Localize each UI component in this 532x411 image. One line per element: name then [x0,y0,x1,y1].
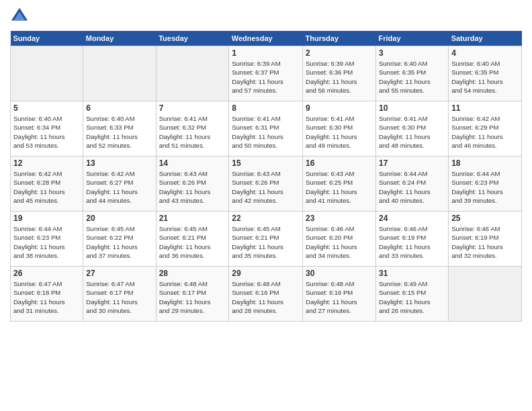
day-number: 20 [86,214,152,223]
day-info: Sunrise: 6:42 AM Sunset: 6:29 PM Dayligh… [451,114,519,150]
logo-icon [10,7,29,26]
calendar-cell: 25Sunrise: 6:46 AM Sunset: 6:19 PM Dayli… [449,212,522,267]
day-number: 14 [159,158,226,168]
day-number: 15 [232,158,300,168]
col-header-saturday: Saturday [449,31,522,46]
calendar-cell: 28Sunrise: 6:48 AM Sunset: 6:17 PM Dayli… [156,267,229,322]
day-number: 23 [306,214,373,223]
day-info: Sunrise: 6:47 AM Sunset: 6:17 PM Dayligh… [86,279,152,315]
day-info: Sunrise: 6:46 AM Sunset: 6:19 PM Dayligh… [451,224,519,260]
day-info: Sunrise: 6:43 AM Sunset: 6:26 PM Dayligh… [232,169,300,205]
week-row-0: 1Sunrise: 6:39 AM Sunset: 6:37 PM Daylig… [11,46,522,101]
day-number: 2 [306,48,373,58]
day-info: Sunrise: 6:41 AM Sunset: 6:30 PM Dayligh… [379,114,445,150]
calendar-cell [449,267,522,322]
day-number: 7 [159,103,226,113]
day-number: 13 [86,158,152,168]
day-info: Sunrise: 6:44 AM Sunset: 6:23 PM Dayligh… [13,224,80,260]
day-info: Sunrise: 6:44 AM Sunset: 6:24 PM Dayligh… [379,169,445,205]
calendar-cell: 29Sunrise: 6:48 AM Sunset: 6:16 PM Dayli… [229,267,303,322]
calendar-table: SundayMondayTuesdayWednesdayThursdayFrid… [10,31,522,322]
calendar-cell [156,46,229,101]
day-number: 25 [451,214,519,223]
day-info: Sunrise: 6:40 AM Sunset: 6:34 PM Dayligh… [13,114,80,150]
week-row-1: 5Sunrise: 6:40 AM Sunset: 6:34 PM Daylig… [11,101,522,156]
day-number: 17 [379,158,445,168]
calendar-cell [11,46,83,101]
day-info: Sunrise: 6:48 AM Sunset: 6:17 PM Dayligh… [159,279,226,315]
day-number: 28 [159,269,226,278]
calendar-cell: 2Sunrise: 6:39 AM Sunset: 6:36 PM Daylig… [303,46,376,101]
calendar-cell: 4Sunrise: 6:40 AM Sunset: 6:35 PM Daylig… [449,46,522,101]
day-info: Sunrise: 6:44 AM Sunset: 6:23 PM Dayligh… [451,169,519,205]
col-header-wednesday: Wednesday [229,31,303,46]
calendar-cell: 22Sunrise: 6:45 AM Sunset: 6:21 PM Dayli… [229,212,303,267]
day-number: 9 [306,103,373,113]
col-header-thursday: Thursday [303,31,376,46]
day-number: 6 [86,103,152,113]
calendar-cell: 1Sunrise: 6:39 AM Sunset: 6:37 PM Daylig… [229,46,303,101]
header-row: SundayMondayTuesdayWednesdayThursdayFrid… [11,31,522,46]
day-info: Sunrise: 6:47 AM Sunset: 6:18 PM Dayligh… [13,279,80,315]
calendar-cell: 9Sunrise: 6:41 AM Sunset: 6:30 PM Daylig… [303,101,376,156]
day-number: 3 [379,48,445,58]
day-number: 1 [232,48,300,58]
day-number: 21 [159,214,226,223]
day-number: 11 [451,103,519,113]
day-info: Sunrise: 6:39 AM Sunset: 6:36 PM Dayligh… [306,59,373,95]
day-info: Sunrise: 6:40 AM Sunset: 6:35 PM Dayligh… [379,59,445,95]
calendar-cell: 11Sunrise: 6:42 AM Sunset: 6:29 PM Dayli… [449,101,522,156]
day-number: 22 [232,214,300,223]
calendar-cell: 13Sunrise: 6:42 AM Sunset: 6:27 PM Dayli… [83,156,156,212]
calendar-cell: 21Sunrise: 6:45 AM Sunset: 6:21 PM Dayli… [156,212,229,267]
calendar-cell: 18Sunrise: 6:44 AM Sunset: 6:23 PM Dayli… [449,156,522,212]
day-number: 26 [13,269,80,278]
calendar-cell: 23Sunrise: 6:46 AM Sunset: 6:20 PM Dayli… [303,212,376,267]
calendar-cell: 17Sunrise: 6:44 AM Sunset: 6:24 PM Dayli… [376,156,449,212]
day-info: Sunrise: 6:45 AM Sunset: 6:22 PM Dayligh… [86,224,152,260]
col-header-monday: Monday [83,31,156,46]
day-info: Sunrise: 6:45 AM Sunset: 6:21 PM Dayligh… [232,224,300,260]
day-info: Sunrise: 6:40 AM Sunset: 6:35 PM Dayligh… [451,59,519,95]
calendar-cell: 3Sunrise: 6:40 AM Sunset: 6:35 PM Daylig… [376,46,449,101]
day-info: Sunrise: 6:49 AM Sunset: 6:15 PM Dayligh… [379,279,445,315]
day-number: 31 [379,269,445,278]
day-number: 12 [13,158,80,168]
day-number: 19 [13,214,80,223]
calendar-cell: 24Sunrise: 6:46 AM Sunset: 6:19 PM Dayli… [376,212,449,267]
day-number: 5 [13,103,80,113]
day-number: 16 [306,158,373,168]
col-header-sunday: Sunday [11,31,83,46]
day-number: 10 [379,103,445,113]
calendar-cell: 30Sunrise: 6:48 AM Sunset: 6:16 PM Dayli… [303,267,376,322]
calendar-cell: 26Sunrise: 6:47 AM Sunset: 6:18 PM Dayli… [11,267,83,322]
day-info: Sunrise: 6:42 AM Sunset: 6:27 PM Dayligh… [86,169,152,205]
day-info: Sunrise: 6:41 AM Sunset: 6:32 PM Dayligh… [159,114,226,150]
calendar-cell [83,46,156,101]
day-info: Sunrise: 6:42 AM Sunset: 6:28 PM Dayligh… [13,169,80,205]
day-info: Sunrise: 6:46 AM Sunset: 6:19 PM Dayligh… [379,224,445,260]
day-info: Sunrise: 6:41 AM Sunset: 6:30 PM Dayligh… [306,114,373,150]
calendar-cell: 27Sunrise: 6:47 AM Sunset: 6:17 PM Dayli… [83,267,156,322]
calendar-cell: 5Sunrise: 6:40 AM Sunset: 6:34 PM Daylig… [11,101,83,156]
day-number: 18 [451,158,519,168]
week-row-2: 12Sunrise: 6:42 AM Sunset: 6:28 PM Dayli… [11,156,522,212]
col-header-friday: Friday [376,31,449,46]
calendar-cell: 12Sunrise: 6:42 AM Sunset: 6:28 PM Dayli… [11,156,83,212]
day-number: 24 [379,214,445,223]
header [10,7,522,26]
calendar-cell: 20Sunrise: 6:45 AM Sunset: 6:22 PM Dayli… [83,212,156,267]
day-info: Sunrise: 6:48 AM Sunset: 6:16 PM Dayligh… [232,279,300,315]
calendar-cell: 15Sunrise: 6:43 AM Sunset: 6:26 PM Dayli… [229,156,303,212]
logo [10,7,32,26]
calendar-cell: 19Sunrise: 6:44 AM Sunset: 6:23 PM Dayli… [11,212,83,267]
day-info: Sunrise: 6:40 AM Sunset: 6:33 PM Dayligh… [86,114,152,150]
week-row-4: 26Sunrise: 6:47 AM Sunset: 6:18 PM Dayli… [11,267,522,322]
calendar-cell: 10Sunrise: 6:41 AM Sunset: 6:30 PM Dayli… [376,101,449,156]
day-info: Sunrise: 6:46 AM Sunset: 6:20 PM Dayligh… [306,224,373,260]
day-info: Sunrise: 6:43 AM Sunset: 6:25 PM Dayligh… [306,169,373,205]
calendar-cell: 7Sunrise: 6:41 AM Sunset: 6:32 PM Daylig… [156,101,229,156]
col-header-tuesday: Tuesday [156,31,229,46]
day-info: Sunrise: 6:48 AM Sunset: 6:16 PM Dayligh… [306,279,373,315]
calendar-cell: 6Sunrise: 6:40 AM Sunset: 6:33 PM Daylig… [83,101,156,156]
